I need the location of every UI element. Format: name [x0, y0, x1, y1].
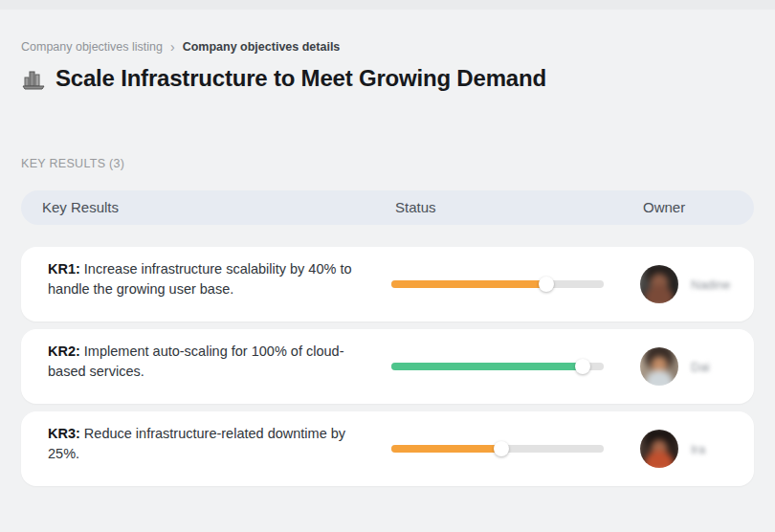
top-strip	[0, 0, 775, 10]
progress-slider[interactable]	[391, 441, 604, 456]
column-header-status: Status	[395, 190, 436, 225]
cityscape-icon	[21, 66, 46, 91]
page-title: Scale Infrastructure to Meet Growing Dem…	[55, 65, 546, 92]
avatar-photo	[640, 430, 678, 468]
key-result-text: KR1:Increase infrastructure scalability …	[48, 259, 377, 299]
owner-avatar	[640, 430, 678, 468]
slider-knob[interactable]	[494, 441, 509, 456]
page-title-row: Scale Infrastructure to Meet Growing Dem…	[21, 65, 546, 92]
key-result-label: KR2:	[48, 344, 80, 359]
progress-fill	[391, 445, 501, 453]
owner-name: Ira	[691, 411, 705, 486]
key-result-description: Implement auto-scaling for 100% of cloud…	[48, 344, 343, 379]
chevron-right-icon: ›	[170, 40, 175, 54]
column-header-owner: Owner	[643, 190, 685, 225]
breadcrumb-link-objectives-listing[interactable]: Company objectives listing	[21, 40, 163, 54]
progress-fill	[391, 363, 583, 370]
key-result-row[interactable]: KR3:Reduce infrastructure-related downti…	[21, 411, 754, 486]
column-header-key-results: Key Results	[42, 190, 119, 225]
owner-name: Nadine	[691, 247, 730, 321]
key-results-count-label: KEY RESULTS (3)	[21, 157, 124, 170]
key-result-text: KR2:Implement auto-scaling for 100% of c…	[48, 342, 377, 382]
key-result-text: KR3:Reduce infrastructure-related downti…	[48, 424, 377, 464]
owner-avatar	[640, 347, 678, 386]
slider-knob[interactable]	[539, 277, 554, 292]
owner-name: Dai	[691, 329, 710, 404]
breadcrumb-current-objectives-details: Company objectives details	[183, 40, 341, 54]
key-result-label: KR1:	[48, 261, 80, 277]
progress-fill	[391, 280, 546, 288]
key-result-row[interactable]: KR2:Implement auto-scaling for 100% of c…	[21, 329, 754, 404]
key-result-description: Increase infrastructure scalability by 4…	[48, 261, 352, 297]
progress-slider[interactable]	[391, 359, 604, 374]
progress-slider[interactable]	[391, 277, 604, 292]
breadcrumb: Company objectives listing › Company obj…	[21, 40, 340, 54]
key-result-row[interactable]: KR1:Increase infrastructure scalability …	[21, 247, 754, 321]
table-header: Key Results Status Owner	[21, 190, 754, 225]
key-result-label: KR3:	[48, 426, 80, 441]
avatar-photo	[640, 347, 678, 386]
page: Company objectives listing › Company obj…	[0, 0, 775, 532]
owner-avatar	[640, 265, 678, 303]
key-result-description: Reduce infrastructure-related downtime b…	[48, 426, 345, 461]
avatar-photo	[640, 265, 678, 303]
slider-knob[interactable]	[575, 359, 590, 374]
